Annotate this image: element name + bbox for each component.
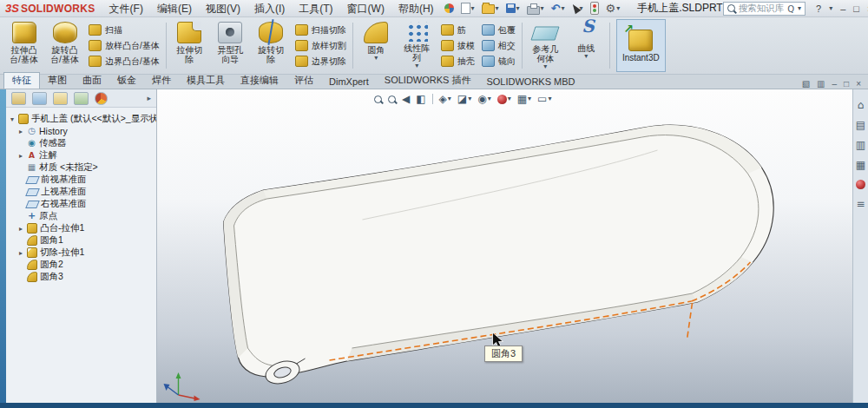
menu-insert[interactable]: 插入(I) [247, 0, 292, 17]
boundary-cut-button[interactable]: 边界切除 [295, 55, 346, 69]
home-icon[interactable] [858, 100, 865, 110]
revolve-cut-button[interactable]: 旋转切 除 [251, 19, 292, 72]
mirror-button[interactable]: 镜向 [482, 55, 516, 69]
save-icon[interactable] [506, 3, 520, 13]
fillet-button[interactable]: 圆角 [356, 19, 397, 72]
tree-item-right-plane[interactable]: 右视基准面 [9, 198, 156, 210]
solidworks-resources-icon[interactable] [444, 3, 454, 13]
instant3d-button[interactable]: Instant3D [621, 27, 661, 64]
tab-sheet-metal[interactable]: 钣金 [109, 73, 144, 89]
wrap-button[interactable]: 包覆 [482, 23, 516, 37]
tree-item-fillet1[interactable]: 圆角1 [9, 234, 156, 247]
file-explorer-icon[interactable] [856, 140, 865, 150]
tab-sw-mbd[interactable]: SOLIDWORKS MBD [478, 76, 582, 89]
section-view-icon[interactable] [416, 94, 425, 104]
help-button[interactable]: ? [816, 3, 821, 14]
undo-icon[interactable] [551, 3, 565, 14]
menu-view[interactable]: 视图(V) [199, 0, 247, 17]
minimize-button[interactable]: – [840, 3, 845, 14]
tree-item-cut-extrude1[interactable]: 切除-拉伸1 [9, 247, 156, 259]
hole-wizard-button[interactable]: 异型孔 向导 [210, 19, 251, 72]
tab-weldments[interactable]: 焊件 [144, 73, 179, 89]
panel-flyout-arrow-icon[interactable] [147, 94, 151, 102]
loft-cut-button[interactable]: 放样切割 [295, 39, 346, 53]
menu-window[interactable]: 窗口(W) [340, 0, 391, 17]
tab-evaluate[interactable]: 评估 [286, 73, 321, 89]
zoom-fit-icon[interactable] [374, 95, 382, 103]
document-minimize-icon[interactable]: – [832, 79, 838, 89]
intersect-button[interactable]: 相交 [482, 39, 516, 53]
tab-sw-addins[interactable]: SOLIDWORKS 插件 [377, 73, 479, 89]
shell-button[interactable]: 抽壳 [441, 55, 475, 69]
tree-item-boss-extrude1[interactable]: 凸台-拉伸1 [9, 222, 156, 234]
expand-arrow-icon[interactable] [17, 128, 24, 135]
print-icon[interactable] [527, 3, 544, 15]
reference-geometry-button[interactable]: 参考几 何体 [525, 19, 566, 72]
revolve-boss-button[interactable]: 旋转凸 台/基体 [44, 19, 85, 72]
new-document-icon[interactable] [461, 3, 475, 14]
draft-button[interactable]: 拔模 [441, 39, 475, 53]
edit-appearance-icon[interactable] [497, 95, 511, 104]
sweep-boss-button[interactable]: 扫描 [89, 23, 160, 37]
expand-arrow-icon[interactable] [17, 225, 24, 233]
tab-features[interactable]: 特征 [3, 72, 40, 89]
loft-boss-button[interactable]: 放样凸台/基体 [89, 39, 160, 53]
tree-item-history[interactable]: History [9, 125, 156, 137]
view-settings-icon[interactable] [537, 94, 551, 104]
tab-sketch[interactable]: 草图 [40, 73, 75, 89]
rib-button[interactable]: 筋 [441, 23, 475, 37]
rebuild-icon[interactable] [590, 2, 599, 15]
tab-surfaces[interactable]: 曲面 [75, 73, 109, 89]
reference-geometry-dropdown-icon[interactable] [543, 63, 547, 70]
search-dropdown-icon[interactable] [798, 5, 801, 12]
tree-item-fillet3[interactable]: 圆角3 [9, 271, 156, 283]
expand-arrow-icon[interactable] [17, 249, 24, 257]
boundary-boss-button[interactable]: 边界凸台/基体 [89, 55, 160, 69]
curves-dropdown-icon[interactable] [584, 53, 588, 60]
appearances-icon[interactable] [856, 180, 865, 189]
propertymanager-icon[interactable] [32, 92, 47, 105]
fillet-dropdown-icon[interactable] [374, 55, 378, 62]
previous-view-icon[interactable] [402, 94, 410, 104]
pane-display-icon[interactable] [817, 80, 825, 89]
display-style-icon[interactable] [457, 94, 471, 104]
extrude-cut-button[interactable]: 拉伸切 除 [169, 19, 210, 72]
maximize-button[interactable]: □ [853, 3, 859, 14]
zoom-area-icon[interactable] [388, 95, 396, 103]
apply-scene-icon[interactable] [517, 94, 531, 104]
menu-tools[interactable]: 工具(T) [292, 0, 339, 17]
tab-mold-tools[interactable]: 模具工具 [179, 73, 233, 89]
tab-dimxpert[interactable]: DimXpert [321, 76, 377, 89]
graphics-viewport[interactable]: 圆角3 [157, 89, 852, 403]
featuremanager-tree-icon[interactable] [11, 92, 26, 105]
curves-button[interactable]: 曲线 [566, 19, 607, 72]
tree-item-material[interactable]: 材质 <未指定> [9, 161, 156, 174]
tree-item-origin[interactable]: 原点 [9, 210, 156, 222]
view-palette-icon[interactable] [856, 160, 865, 170]
open-document-icon[interactable] [482, 3, 499, 14]
tree-item-front-plane[interactable]: 前视基准面 [9, 174, 156, 186]
displaymanager-icon[interactable] [95, 92, 108, 105]
options-gear-icon[interactable] [606, 3, 621, 14]
help-dropdown-icon[interactable] [829, 5, 832, 12]
linear-pattern-button[interactable]: 线性阵 列 [397, 19, 437, 72]
configurationmanager-icon[interactable] [53, 92, 68, 105]
custom-properties-icon[interactable] [856, 199, 865, 209]
tab-direct-editing[interactable]: 直接编辑 [233, 73, 286, 89]
menu-help[interactable]: 帮助(H) [391, 0, 441, 17]
tree-item-fillet2[interactable]: 圆角2 [9, 259, 156, 271]
design-library-icon[interactable] [856, 120, 865, 130]
extrude-boss-button[interactable]: 拉伸凸 台/基体 [3, 19, 44, 72]
document-restore-icon[interactable]: □ [844, 79, 849, 89]
dimxpertmanager-icon[interactable] [74, 92, 89, 105]
view-orientation-icon[interactable] [439, 94, 451, 104]
tree-item-top-plane[interactable]: 上视基准面 [9, 186, 156, 198]
sweep-cut-button[interactable]: 扫描切除 [295, 23, 346, 37]
expand-arrow-icon[interactable] [17, 152, 24, 160]
tree-item-phone-cover[interactable]: 手机上盖 (默认<<默认>_显示状态 1>) [9, 113, 156, 125]
document-close-icon[interactable]: × [856, 79, 861, 89]
viewport-split-icon[interactable] [802, 80, 810, 89]
menu-edit[interactable]: 编辑(E) [150, 0, 199, 17]
menu-file[interactable]: 文件(F) [102, 0, 150, 17]
tree-item-annotations[interactable]: 注解 [9, 149, 156, 161]
